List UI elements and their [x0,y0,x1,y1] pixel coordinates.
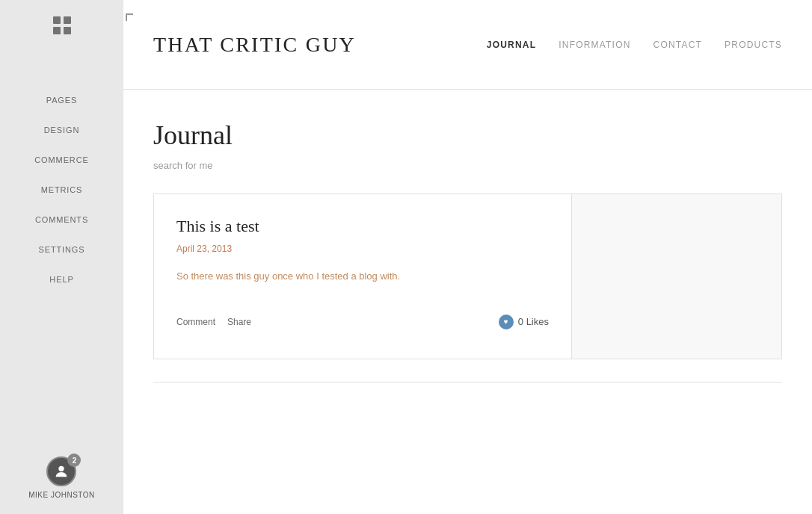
svg-rect-0 [53,16,61,24]
post-date: April 23, 2013 [176,244,549,254]
post-content-area: This is a test April 23, 2013 So there w… [154,194,572,359]
search-link[interactable]: search for me [153,160,782,171]
post-title: This is a test [176,217,549,236]
svg-rect-1 [64,16,71,24]
svg-point-4 [59,466,64,471]
page-title: Journal [153,120,782,151]
sidebar-item-commerce[interactable]: COMMERCE [0,145,123,175]
site-navigation: JOURNAL INFORMATION CONTACT PRODUCTS [487,40,782,50]
svg-rect-3 [64,27,71,34]
main-content: THAT CRITIC GUY JOURNAL INFORMATION CONT… [123,0,812,514]
user-name-label: MIKE JOHNSTON [28,491,95,499]
resize-handle[interactable] [126,13,136,24]
notification-badge: 2 [67,453,81,467]
site-header: THAT CRITIC GUY JOURNAL INFORMATION CONT… [123,0,812,90]
squarespace-logo[interactable] [50,13,74,40]
site-nav-journal[interactable]: JOURNAL [487,40,536,50]
site-nav-information[interactable]: INFORMATION [559,40,630,50]
sidebar-item-help[interactable]: HELP [0,264,123,294]
site-nav-products[interactable]: PRODUCTS [725,40,782,50]
sidebar-item-pages[interactable]: PAGES [0,85,123,115]
sidebar: PAGES DESIGN COMMERCE METRICS COMMENTS S… [0,0,123,514]
site-title: THAT CRITIC GUY [153,33,487,57]
user-avatar-container[interactable]: 2 [46,456,76,486]
sidebar-item-metrics[interactable]: METRICS [0,175,123,205]
site-nav-contact[interactable]: CONTACT [653,40,703,50]
comment-button[interactable]: Comment [176,317,215,327]
sidebar-navigation: PAGES DESIGN COMMERCE METRICS COMMENTS S… [0,85,123,294]
bottom-divider [153,382,782,383]
post-card: This is a test April 23, 2013 So there w… [153,193,782,359]
likes-section: ♥ 0 Likes [499,315,549,329]
share-button[interactable]: Share [227,317,251,327]
post-image-area [572,194,781,359]
post-footer: Comment Share ♥ 0 Likes [176,307,549,329]
page-content: Journal search for me This is a test Apr… [123,90,812,514]
heart-icon: ♥ [499,315,514,329]
likes-count: 0 Likes [518,316,549,327]
sidebar-user-section: 2 MIKE JOHNSTON [28,456,95,499]
post-excerpt: So there was this guy once who I tested … [176,269,549,285]
sidebar-item-settings[interactable]: SETTINGS [0,235,123,264]
sidebar-item-design[interactable]: DESIGN [0,115,123,145]
sidebar-item-comments[interactable]: COMMENTS [0,205,123,235]
post-actions: Comment Share [176,317,251,327]
svg-rect-2 [53,27,61,34]
